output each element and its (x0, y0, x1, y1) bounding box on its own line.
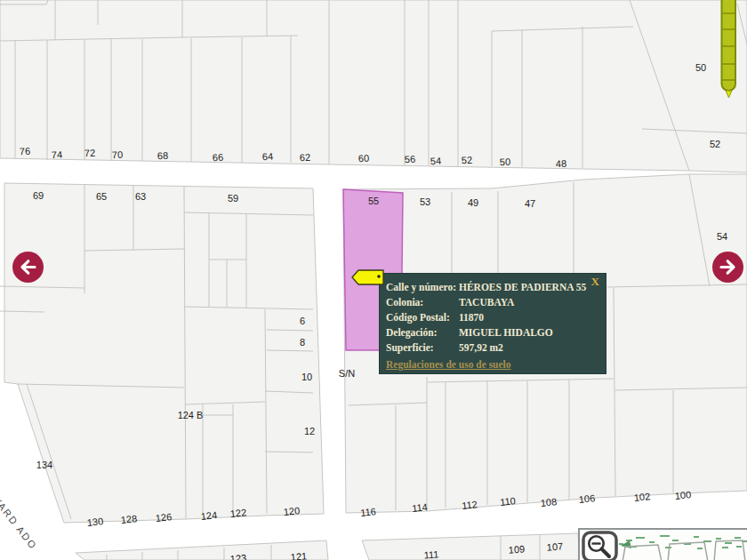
parcel-number-label: 114 (412, 501, 429, 514)
parcel-number-label: 128 (120, 513, 138, 525)
zoom-out-button[interactable] (583, 532, 616, 560)
parcel-number-label: 108 (540, 496, 558, 508)
popup-field-label: Código Postal: (386, 311, 459, 324)
popup-field-label: Delegación: (386, 326, 459, 339)
parcel-number-label: 74 (52, 149, 63, 161)
parcel-number-label: 12 (304, 426, 315, 436)
popup-row: Superficie: 597,92 m2 (386, 341, 598, 354)
parcel-number-label: 69 (33, 190, 44, 201)
parcel-number-label: 50 (695, 62, 706, 73)
parcel-number-label: 62 (300, 152, 311, 164)
popup-field-value: 597,92 m2 (459, 341, 598, 354)
parcel-number-label: 130 (86, 516, 104, 528)
parcel-number-label: 49 (468, 197, 478, 208)
parcel-number-label: 116 (360, 506, 377, 518)
parcel-number-label: 64 (262, 151, 274, 163)
popup-row: Colonia: TACUBAYA (386, 296, 598, 308)
arrow-left-icon (12, 252, 44, 283)
parcel-number-label: 72 (84, 148, 96, 159)
pan-right-button[interactable] (712, 252, 743, 283)
overview-inset-map[interactable] (578, 528, 747, 560)
parcel-number-label: 76 (20, 146, 31, 157)
popup-field-value: 11870 (459, 311, 598, 324)
parcel-number-label: 134 (36, 460, 52, 470)
popup-field-label: Superficie: (386, 341, 459, 354)
parcel-number-label: 65 (96, 191, 107, 202)
popup-field-label: Calle y número: (386, 281, 459, 293)
parcel-number-label: 6 (300, 316, 305, 326)
parcel-number-label: 122 (229, 507, 247, 519)
pan-left-button[interactable] (12, 252, 44, 283)
parcel-number-label: 54 (430, 156, 442, 167)
popup-field-value: MIGUEL HIDALGO (459, 326, 598, 339)
parcel-number-label: 59 (228, 193, 238, 204)
parcel-number-label: 123 (229, 552, 246, 560)
parcel-number-label: 120 (283, 505, 301, 517)
arrow-right-icon (712, 252, 743, 283)
land-use-regulations-link[interactable]: Regulaciones de uso de suelo (386, 359, 511, 370)
parcel-number-label: 53 (420, 196, 430, 207)
parcel-number-label: 124 B (178, 410, 204, 420)
popup-row: Calle y número: HÉROES DE PADIERNA 55 (386, 281, 598, 293)
popup-field-value: TACUBAYA (459, 296, 598, 308)
parcel-number-label: 52 (462, 155, 473, 166)
close-icon[interactable]: X (591, 275, 599, 289)
parcel-number-label: 60 (358, 153, 370, 164)
transit-line-marker (722, 0, 736, 98)
parcel-number-label: 124 (200, 509, 218, 522)
popup-row: Código Postal: 11870 (386, 311, 598, 324)
parcel-number-label: 50 (500, 156, 511, 168)
parcel-number-label: 55 (368, 196, 379, 206)
map-viewport[interactable]: 7674727068666462605654525048505254696563… (0, 0, 747, 560)
parcel-number-label: 112 (462, 499, 478, 511)
parcel-number-label: 106 (578, 492, 596, 505)
parcel-number-label: 10 (301, 372, 312, 382)
parcel-number-label: 121 (290, 550, 307, 560)
parcel-number-label: 66 (213, 152, 224, 164)
parcel-number-label: 110 (500, 495, 517, 508)
parcel-number-label: 52 (710, 139, 720, 149)
parcel-number-label: S/N (339, 368, 355, 379)
parcel-number-label: 109 (508, 543, 525, 555)
parcel-number-label: 68 (157, 150, 169, 162)
parcel-number-label: 63 (135, 191, 146, 202)
parcel-number-label: 8 (300, 337, 305, 348)
popup-row: Delegación: MIGUEL HIDALGO (386, 326, 598, 339)
parcel-number-label: 102 (633, 491, 651, 503)
parcel-number-label: 56 (405, 154, 416, 165)
parcel-number-label: 54 (717, 231, 727, 242)
parcel-number-label: 70 (112, 149, 124, 161)
parcel-info-popup: X Calle y número: HÉROES DE PADIERNA 55 … (379, 273, 606, 374)
parcel-number-label: 100 (674, 489, 692, 501)
popup-field-value: HÉROES DE PADIERNA 55 (459, 281, 598, 293)
selected-parcel-marker-icon[interactable] (349, 267, 388, 290)
popup-field-label: Colonia: (386, 296, 459, 308)
parcel-number-label: 126 (155, 511, 173, 524)
parcel-number-label: 48 (556, 158, 567, 170)
parcel-number-label: 107 (546, 540, 563, 552)
parcel-number-label: 111 (423, 548, 439, 560)
parcel-number-label: 47 (525, 198, 535, 209)
